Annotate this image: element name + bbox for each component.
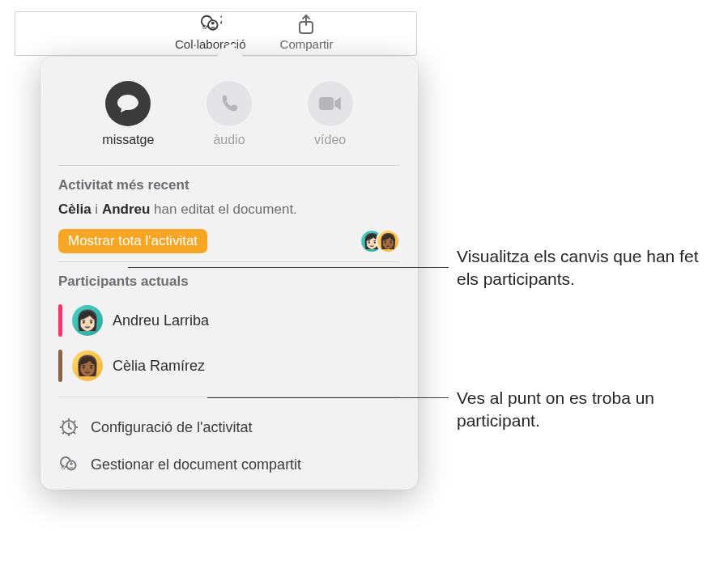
manage-shared-document-button[interactable]: Gestionar el document compartit xyxy=(58,446,400,480)
show-all-activity-button[interactable]: Mostrar tota l'activitat xyxy=(58,229,207,253)
svg-line-12 xyxy=(62,421,64,422)
callout-line xyxy=(207,397,449,398)
manage-shared-document-label: Gestionar el document compartit xyxy=(91,456,301,473)
callout-text: Visualitza els canvis que han fet els pa… xyxy=(457,245,716,291)
collaboration-icon xyxy=(58,454,79,475)
avatar: 👩🏾 xyxy=(376,229,400,253)
participants-heading: Participants actuals xyxy=(58,274,400,290)
phone-icon xyxy=(206,81,252,126)
share-button[interactable]: Compartir xyxy=(280,13,334,51)
svg-text:2: 2 xyxy=(219,14,222,26)
contact-message-button[interactable]: missatge xyxy=(92,81,164,147)
activity-settings-label: Configuració de l'activitat xyxy=(91,419,253,436)
callout-line xyxy=(128,267,449,268)
video-icon xyxy=(308,81,353,126)
svg-line-14 xyxy=(62,432,64,434)
participant-name: Cèlia Ramírez xyxy=(113,358,205,375)
participant-row[interactable]: 👩🏻 Andreu Larriba xyxy=(58,298,400,343)
participant-color-bar xyxy=(58,350,62,382)
participant-color-bar xyxy=(58,304,62,337)
svg-point-17 xyxy=(67,461,76,470)
editor-name-1: Cèlia xyxy=(58,202,92,217)
contact-audio-label: àudio xyxy=(213,133,245,147)
divider xyxy=(58,165,400,166)
svg-line-15 xyxy=(74,421,75,422)
avatar: 👩🏾 xyxy=(72,350,103,381)
gear-clock-icon xyxy=(58,417,79,438)
app-toolbar: 2 Col·laboració Compartir xyxy=(175,13,333,51)
collaboration-button[interactable]: 2 Col·laboració xyxy=(175,13,246,51)
contact-video-button[interactable]: vídeo xyxy=(294,81,367,147)
share-icon xyxy=(295,13,317,36)
collaboration-icon: 2 xyxy=(199,13,222,36)
divider xyxy=(58,261,400,262)
recent-editors-avatars: 👩🏻 👩🏾 xyxy=(360,229,400,253)
message-icon xyxy=(105,81,151,126)
editor-name-2: Andreu xyxy=(102,202,151,217)
svg-point-18 xyxy=(70,462,72,465)
collaboration-popover: missatge àudio vídeo Activitat més recen… xyxy=(40,57,418,490)
share-label: Compartir xyxy=(280,37,334,51)
svg-line-13 xyxy=(74,432,75,434)
contact-message-label: missatge xyxy=(102,133,154,147)
contact-video-label: vídeo xyxy=(314,133,346,147)
contact-row: missatge àudio vídeo xyxy=(58,74,400,160)
activity-summary: Cèlia i Andreu han editat el document. xyxy=(58,202,400,218)
avatar: 👩🏻 xyxy=(72,305,103,336)
activity-settings-button[interactable]: Configuració de l'activitat xyxy=(58,409,400,446)
svg-rect-6 xyxy=(319,97,334,110)
callout-text: Ves al punt on es troba un participant. xyxy=(457,387,708,433)
participant-row[interactable]: 👩🏾 Cèlia Ramírez xyxy=(58,343,400,388)
participant-name: Andreu Larriba xyxy=(113,312,209,329)
contact-audio-button[interactable]: àudio xyxy=(193,81,266,147)
svg-point-2 xyxy=(211,22,215,25)
activity-heading: Activitat més recent xyxy=(58,177,400,193)
